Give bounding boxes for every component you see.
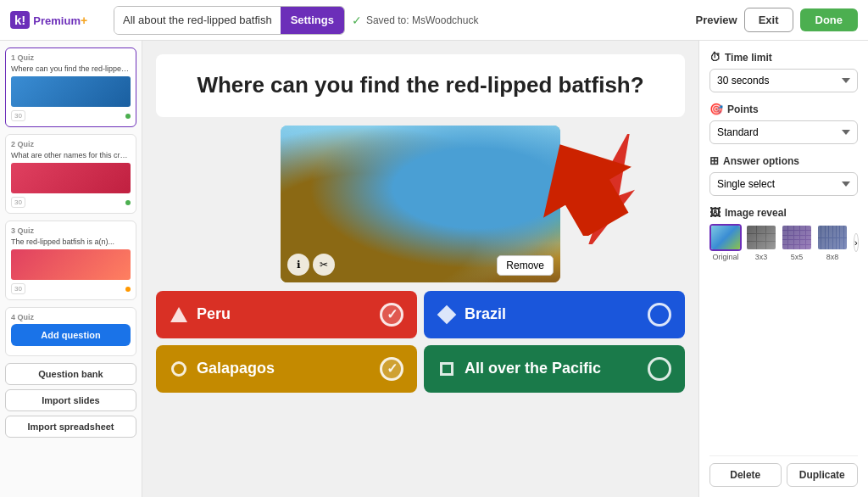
circle-shape (171, 361, 186, 377)
header-right: Preview Exit Done (696, 8, 859, 32)
reveal-next-button[interactable]: › (854, 233, 859, 252)
square-shape (440, 362, 453, 376)
panel-bottom: Delete Duplicate (709, 455, 858, 487)
saved-checkmark: ✓ (352, 14, 362, 27)
image-controls: ℹ ✂ (287, 254, 335, 276)
answer-options-section: ⊞ Answer options Single select Multi-sel… (709, 154, 858, 196)
logo-plus: + (81, 14, 87, 27)
sidebar-item-2-num: 30 (11, 197, 25, 208)
answer-options-label: Answer options (723, 155, 799, 167)
answer-check-galapagos: ✓ (380, 357, 403, 381)
sidebar-item-1-type: 1 Quiz (11, 53, 131, 62)
answer-option-pacific[interactable]: All over the Pacific (424, 345, 685, 393)
sidebar-item-4[interactable]: 4 Quiz Add question (5, 307, 136, 356)
image-reveal-label: Image reveal (725, 207, 787, 219)
sidebar-item-3-type: 3 Quiz (11, 226, 131, 235)
settings-button[interactable]: Settings (281, 7, 344, 34)
answer-options-icon: ⊞ (709, 154, 719, 167)
diamond-shape (437, 304, 457, 324)
sidebar-item-3-num: 30 (11, 283, 25, 294)
answer-left-galapagos: Galapagos (170, 360, 275, 378)
image-edit-button[interactable]: ✂ (313, 254, 335, 276)
content-area: Where can you find the red-lipped batfis… (142, 41, 698, 497)
sidebar: 1 Quiz Where can you find the red-lipped… (0, 41, 142, 497)
points-select[interactable]: Standard No points Double points (709, 120, 858, 144)
reveal-original-label: Original (712, 253, 738, 261)
answer-options-title: ⊞ Answer options (709, 154, 858, 167)
sidebar-item-2-thumb (11, 163, 131, 193)
answer-circle-brazil (648, 303, 671, 327)
question-bank-button[interactable]: Question bank (5, 363, 136, 385)
image-area: ℹ ✂ Remove (156, 126, 685, 282)
reveal-8x8-thumb[interactable] (816, 224, 849, 251)
reveal-8x8-preview (818, 226, 847, 249)
sidebar-item-2-dot (125, 200, 131, 205)
reveal-3x3-preview (747, 226, 776, 249)
sidebar-item-3-dot (125, 287, 131, 292)
answer-options-select[interactable]: Single select Multi-select (709, 172, 858, 196)
clock-icon: ⏱ (709, 51, 721, 64)
done-button[interactable]: Done (800, 8, 859, 31)
sidebar-item-4-type: 4 Quiz (11, 313, 131, 321)
import-spreadsheet-button[interactable]: Import spreadsheet (5, 416, 136, 438)
answer-label-brazil: Brazil (465, 305, 506, 323)
logo-k: k! (10, 11, 30, 29)
sidebar-item-2[interactable]: 2 Quiz What are other names for this cre… (5, 134, 136, 214)
answer-left-pacific: All over the Pacific (437, 360, 601, 378)
sidebar-item-3-text: The red-lipped batfish is a(n)... (11, 237, 131, 246)
logo-premium: Premium+ (33, 14, 87, 27)
question-text: Where can you find the red-lipped batfis… (173, 71, 668, 100)
reveal-5x5-preview (782, 226, 811, 249)
logo: k! Premium+ (10, 11, 103, 29)
reveal-5x5-label: 5x5 (791, 253, 804, 261)
reveal-3x3-thumb[interactable] (745, 224, 777, 251)
points-section: 🎯 Points Standard No points Double point… (709, 103, 858, 144)
right-panel: ⏱ Time limit 30 seconds 5 seconds 10 sec… (698, 41, 868, 497)
question-image: ℹ ✂ Remove (281, 126, 560, 282)
sidebar-item-2-meta: 30 (11, 197, 131, 208)
sidebar-item-3-thumb (11, 249, 131, 280)
answer-label-peru: Peru (197, 305, 231, 323)
preview-button[interactable]: Preview (696, 14, 737, 26)
image-info-button[interactable]: ℹ (287, 254, 309, 276)
reveal-original-thumb[interactable] (709, 224, 742, 251)
reveal-original-preview (711, 226, 740, 249)
answer-circle-pacific (648, 357, 671, 381)
sidebar-item-1[interactable]: 1 Quiz Where can you find the red-lipped… (5, 47, 136, 127)
reveal-8x8-label: 8x8 (826, 253, 839, 261)
sidebar-item-1-dot (125, 114, 131, 119)
delete-button[interactable]: Delete (709, 463, 782, 487)
time-limit-title: ⏱ Time limit (709, 51, 858, 64)
remove-image-button[interactable]: Remove (497, 255, 554, 276)
points-icon: 🎯 (709, 103, 723, 115)
header: k! Premium+ All about the red-lipped bat… (0, 0, 868, 41)
time-limit-section: ⏱ Time limit 30 seconds 5 seconds 10 sec… (709, 51, 858, 92)
sidebar-item-2-type: 2 Quiz (11, 140, 131, 148)
image-reveal-title: 🖼 Image reveal (709, 206, 858, 219)
answer-option-brazil[interactable]: Brazil (424, 291, 685, 338)
sidebar-item-3[interactable]: 3 Quiz The red-lipped batfish is a(n)...… (5, 221, 136, 300)
sidebar-item-3-meta: 30 (11, 283, 131, 294)
sidebar-item-1-text: Where can you find the red-lipped... (11, 64, 131, 73)
duplicate-button[interactable]: Duplicate (787, 463, 859, 487)
answer-label-pacific: All over the Pacific (465, 360, 601, 377)
time-limit-select[interactable]: 30 seconds 5 seconds 10 seconds 20 secon… (709, 69, 858, 92)
quiz-title: All about the red-lipped batfish (114, 7, 281, 34)
saved-status: ✓ Saved to: MsWoodchuck (352, 14, 479, 27)
quiz-title-bar: All about the red-lipped batfish Setting… (114, 6, 345, 35)
sidebar-item-1-meta: 30 (11, 110, 131, 121)
exit-button[interactable]: Exit (744, 8, 793, 32)
points-title: 🎯 Points (709, 103, 858, 115)
image-reveal-options: Original 3x3 (709, 224, 858, 261)
answer-grid: Peru ✓ Brazil G (156, 291, 685, 393)
reveal-3x3-label: 3x3 (755, 253, 768, 261)
sidebar-item-2-text: What are other names for this crea... (11, 151, 131, 159)
reveal-5x5-thumb[interactable] (781, 224, 813, 251)
image-reveal-section: 🖼 Image reveal Original (709, 206, 858, 261)
import-slides-button[interactable]: Import slides (5, 389, 136, 411)
add-question-button[interactable]: Add question (11, 324, 131, 346)
question-box: Where can you find the red-lipped batfis… (156, 54, 685, 117)
answer-option-peru[interactable]: Peru ✓ (156, 291, 417, 338)
answer-option-galapagos[interactable]: Galapagos ✓ (156, 345, 417, 393)
square-icon (437, 360, 456, 378)
